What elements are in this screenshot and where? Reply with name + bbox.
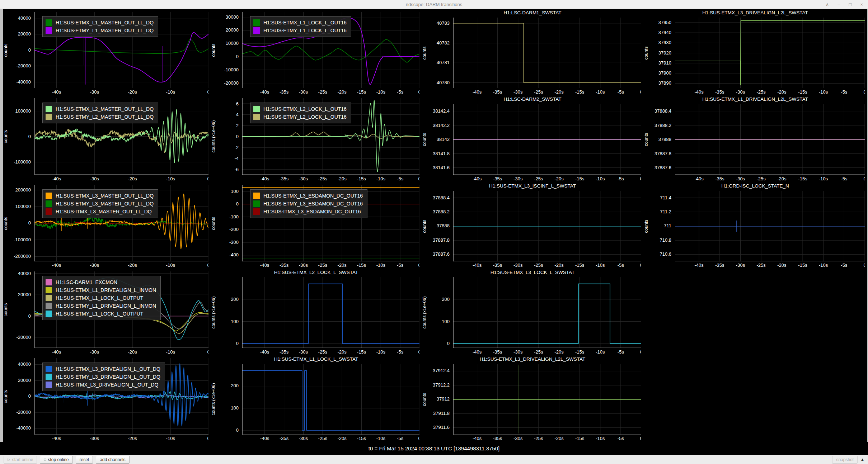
legend-channel-label: H1:SUS-ETMX_L1_LOCK_L_OUT16: [263, 20, 347, 25]
plot-canvas[interactable]: H1:SUS-ETMX_L2_MASTER_OUT_LL_DQH1:SUS-ET…: [34, 98, 208, 175]
t0-bar: t0 = Fri Mar 15 2024 00:38:13 UTC [13944…: [0, 442, 868, 455]
legend-entry: H1:SUS-ETMY_L3_ESDAMON_DC_OUT16: [253, 200, 363, 208]
legend-swatch-icon: [46, 382, 52, 388]
legend-channel-label: H1:SUS-ITMX_L3_ESDAMON_DC_OUT16: [263, 209, 361, 214]
plot-canvas[interactable]: [675, 18, 865, 88]
size-grip-icon[interactable]: ▲: [860, 458, 864, 461]
legend-channel-label: H1:SUS-ETMY_L2_LOCK_L_OUT16: [263, 114, 347, 120]
plot-legend[interactable]: H1:LSC-DARM1_EXCMONH1:SUS-ETMX_L1_DRIVEA…: [42, 276, 161, 320]
legend-channel-label: H1:LSC-DARM1_EXCMON: [56, 279, 117, 285]
plot-title: H1:LSC-DARM1_SWSTAT: [422, 10, 643, 15]
window-titlebar[interactable]: ndscope: DARM transitions ∧ – □ ×: [0, 0, 868, 9]
shade-icon[interactable]: ∧: [826, 2, 829, 7]
plot-legend[interactable]: H1:SUS-ETMX_L2_MASTER_OUT_LL_DQH1:SUS-ET…: [42, 103, 158, 123]
legend-swatch-icon: [253, 27, 260, 34]
stop-online-button[interactable]: □ stop online: [40, 456, 72, 464]
plot-canvas[interactable]: [453, 18, 641, 88]
legend-swatch-icon: [46, 193, 52, 199]
plot-legend[interactable]: H1:SUS-ETMX_L3_DRIVEALIGN_L_OUT_DQH1:SUS…: [42, 363, 165, 391]
y-tick-labels: 40000200000-20000: [3, 271, 32, 348]
legend-channel-label: H1:SUS-ETMY_L1_LOCK_L_OUTPUT: [56, 311, 143, 317]
legend-channel-label: H1:SUS-ETMY_L3_MASTER_OUT_LL_DQ: [56, 201, 154, 207]
plot-legend[interactable]: H1:SUS-ETMX_L2_LOCK_L_OUT16H1:SUS-ETMY_L…: [250, 103, 351, 123]
y-tick-labels: 6420-2-4-6: [211, 98, 240, 175]
plot-canvas[interactable]: H1:SUS-ETMX_L1_LOCK_L_OUT16H1:SUS-ETMY_L…: [242, 12, 419, 88]
legend-channel-label: H1:SUS-ITMX_L3_MASTER_OUT_LL_DQ: [56, 209, 152, 214]
plot-etm-l1-lock-out16: counts3000020000100000-10000-20000-40s-3…: [211, 9, 422, 95]
plot-canvas[interactable]: [453, 191, 641, 261]
y-tick-labels: 40000200000-20000-40000: [3, 12, 32, 88]
legend-entry: H1:LSC-DARM1_EXCMON: [46, 278, 156, 286]
y-tick-labels: 1000-100-200-300-400: [211, 185, 240, 261]
plot-canvas[interactable]: [242, 277, 419, 348]
plot-canvas[interactable]: H1:SUS-ETMX_L3_ESDAMON_DC_OUT16H1:SUS-ET…: [242, 185, 419, 261]
plot-canvas[interactable]: [453, 277, 641, 348]
legend-entry: H1:SUS-ITMX_L3_MASTER_OUT_LL_DQ: [46, 208, 154, 216]
legend-swatch-icon: [46, 366, 52, 372]
plot-legend[interactable]: H1:SUS-ETMX_L1_LOCK_L_OUT16H1:SUS-ETMY_L…: [250, 16, 351, 37]
x-tick-labels: -40s-35s-30s-25s-20s-15s-10s-5s0: [242, 348, 419, 355]
legend-channel-label: H1:SUS-ETMX_L3_ESDAMON_DC_OUT16: [263, 193, 363, 199]
plot-title: H1:GRD-ISC_LOCK_STATE_N: [643, 183, 867, 189]
legend-entry: H1:SUS-ETMX_L1_DRIVEALIGN_L_INMON: [46, 286, 156, 294]
window-title: ndscope: DARM transitions: [406, 2, 463, 7]
legend-channel-label: H1:SUS-ETMY_L1_LOCK_L_OUT16: [263, 28, 347, 33]
t0-label: t0 = Fri Mar 15 2024 00:38:13 UTC [13944…: [369, 445, 499, 451]
legend-swatch-icon: [46, 295, 52, 301]
close-icon[interactable]: ×: [860, 2, 863, 7]
plot-canvas[interactable]: H1:SUS-ETMX_L3_DRIVEALIGN_L_OUT_DQH1:SUS…: [34, 358, 208, 435]
plot-etm-l2-master-out: counts1000000-100000-40s-30s-20s-10s0H1:…: [3, 95, 211, 182]
snapshot-button[interactable]: snapshot: [832, 456, 858, 464]
legend-entry: H1:SUS-ETMY_L2_MASTER_OUT_LL_DQ: [46, 113, 154, 121]
plot-lsc-darm1-swstat: H1:LSC-DARM1_SWSTATcounts407834078240781…: [422, 9, 643, 95]
y-tick-labels: 40000200000-20000-40000: [3, 358, 32, 435]
plot-canvas[interactable]: [453, 364, 641, 435]
y-tick-labels: 37950379403793037920379103790037890: [643, 18, 673, 88]
plot-canvas[interactable]: H1:SUS-ETMX_L2_LOCK_L_OUT16H1:SUS-ETMY_L…: [242, 98, 419, 175]
plot-title: H1:SUS-ETMX_L2_LOCK_L_SWSTAT: [211, 270, 422, 275]
plot-canvas[interactable]: [242, 364, 419, 435]
y-tick-labels: 711.4711.2711710.8710.6: [643, 191, 673, 261]
start-online-button[interactable]: ▷ start online: [4, 456, 37, 464]
legend-channel-label: H1:SUS-ETMY_L2_MASTER_OUT_LL_DQ: [56, 114, 154, 120]
x-tick-labels: -40s-35s-30s-25s-20s-15s-10s-5s0: [453, 348, 641, 355]
plot-lsc-darm2-swstat: H1:LSC-DARM2_SWSTATcounts38142.438142.23…: [422, 95, 643, 182]
y-tick-labels: 2000001000000-100000-200000: [3, 185, 32, 261]
plot-canvas[interactable]: H1:SUS-ETMX_L3_MASTER_OUT_LL_DQH1:SUS-ET…: [34, 185, 208, 261]
plot-canvas[interactable]: [675, 191, 865, 261]
plot-l3-esdamon-dc: counts1000-100-200-300-400-40s-35s-30s-2…: [211, 182, 422, 269]
legend-swatch-icon: [46, 374, 52, 380]
legend-entry: H1:SUS-ETMX_L2_LOCK_L_OUT16: [253, 105, 347, 113]
legend-channel-label: H1:SUS-ETMX_L2_LOCK_L_OUT16: [263, 106, 347, 112]
reset-button[interactable]: reset: [76, 456, 93, 464]
plot-title: H1:SUS-ETMX_L3_DRIVEALIGN_L2L_SWSTAT: [422, 356, 643, 362]
plot-canvas[interactable]: [453, 104, 641, 175]
x-tick-labels: -40s-30s-20s-10s0: [34, 348, 208, 355]
plot-legend[interactable]: H1:SUS-ETMX_L3_MASTER_OUT_LL_DQH1:SUS-ET…: [42, 189, 158, 218]
plot-etmx-l2-lock-swstat: H1:SUS-ETMX_L2_LOCK_L_SWSTATcounts (x1e+…: [211, 269, 422, 355]
plot-canvas[interactable]: H1:SUS-ETMX_L1_MASTER_OUT_LL_DQH1:SUS-ET…: [34, 12, 208, 88]
plot-canvas[interactable]: H1:LSC-DARM1_EXCMONH1:SUS-ETMX_L1_DRIVEA…: [34, 271, 208, 348]
legend-channel-label: H1:SUS-ETMX_L2_MASTER_OUT_LL_DQ: [56, 106, 154, 112]
x-tick-labels: -40s-35s-30s-25s-20s-15s-10s-5s0: [675, 88, 865, 95]
x-tick-labels: -40s-30s-20s-10s0: [34, 175, 208, 182]
plot-legend[interactable]: H1:SUS-ETMX_L3_ESDAMON_DC_OUT16H1:SUS-ET…: [250, 189, 367, 218]
x-tick-labels: -40s-35s-30s-25s-20s-15s-10s-5s0: [453, 175, 641, 182]
maximize-icon[interactable]: □: [849, 2, 852, 7]
y-tick-labels: 2001000: [422, 277, 451, 348]
legend-entry: H1:SUS-ETMY_L1_MASTER_OUT_LL_DQ: [46, 27, 154, 34]
legend-entry: H1:SUS-ETMX_L3_ESDAMON_DC_OUT16: [253, 192, 363, 200]
plot-title: H1:SUS-ETMX_L1_DRIVEALIGN_L2L_SWSTAT: [643, 96, 867, 102]
legend-swatch-icon: [46, 106, 52, 112]
plot-canvas[interactable]: [675, 104, 865, 175]
plot-legend[interactable]: H1:SUS-ETMX_L1_MASTER_OUT_LL_DQH1:SUS-ET…: [42, 16, 158, 37]
y-tick-labels: 37912.437912.23791237911.837911.6: [422, 364, 451, 435]
add-channels-button[interactable]: add channels: [96, 456, 129, 464]
plot-title: H1:LSC-DARM2_SWSTAT: [422, 96, 643, 102]
plot-etmx-l1-lock-swstat: H1:SUS-ETMX_L1_LOCK_L_SWSTATcounts (x1e+…: [211, 355, 422, 442]
legend-entry: H1:SUS-ETMY_L1_LOCK_L_OUTPUT: [46, 310, 156, 318]
minimize-icon[interactable]: –: [837, 2, 840, 7]
plot-etm-l1-master-out: counts40000200000-20000-40000-40s-30s-20…: [3, 9, 211, 95]
legend-channel-label: H1:SUS-ETMY_L1_MASTER_OUT_LL_DQ: [56, 28, 154, 33]
legend-swatch-icon: [46, 311, 52, 317]
